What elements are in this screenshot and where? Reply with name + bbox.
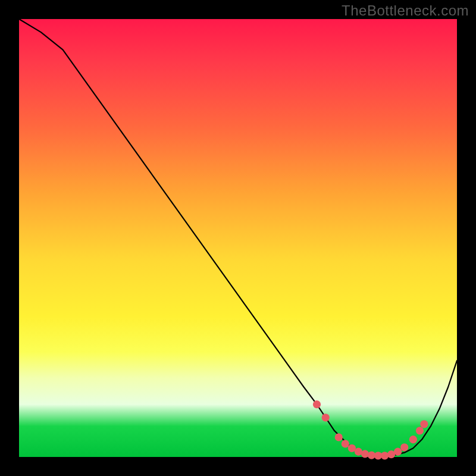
data-point [420,420,428,428]
data-point [416,427,424,434]
data-point [394,448,402,456]
data-point [361,450,369,458]
data-point [400,443,408,451]
curve-svg [19,19,457,457]
data-point [409,436,417,443]
chart-frame: TheBottleneck.com [0,0,476,476]
data-point [335,433,343,441]
data-point [381,452,389,459]
watermark-text: TheBottleneck.com [342,2,469,19]
bottleneck-curve [19,19,457,456]
data-points-group [313,400,428,459]
plot-area [19,19,457,457]
data-point [342,440,349,447]
data-point [313,400,321,408]
data-point [322,414,330,421]
